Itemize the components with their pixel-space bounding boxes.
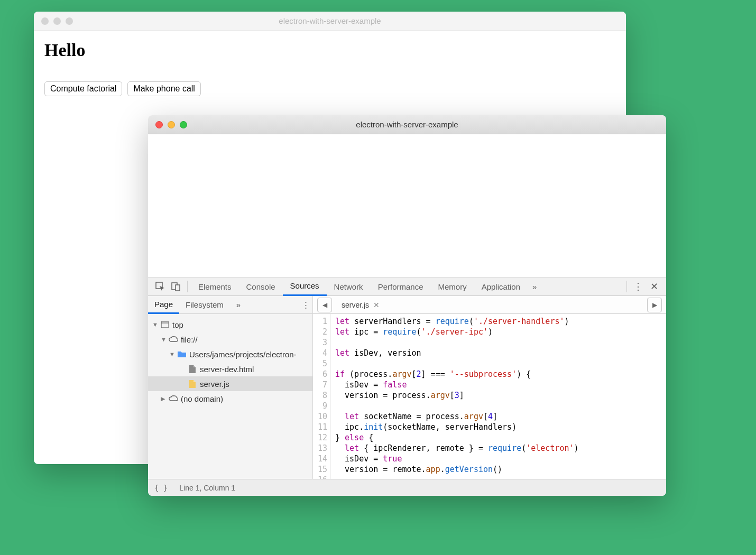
divider: [626, 281, 627, 292]
navigator-pane: Page Filesystem » ⋮ ▼ top ▼: [148, 296, 313, 479]
devtools-tabbar: Elements Console Sources Network Perform…: [148, 277, 666, 296]
folder-icon: [177, 351, 187, 357]
cursor-position: Line 1, Column 1: [179, 484, 235, 492]
tree-top[interactable]: ▼ top: [148, 317, 312, 332]
sources-panel: Page Filesystem » ⋮ ▼ top ▼: [148, 296, 666, 479]
traffic-lights: [34, 17, 73, 25]
navigator-kebab-icon[interactable]: ⋮: [299, 300, 312, 310]
cloud-icon: [168, 336, 179, 343]
tab-network[interactable]: Network: [327, 277, 371, 296]
page-heading: Hello: [44, 40, 615, 60]
chevron-down-icon: ▼: [161, 336, 168, 343]
compute-factorial-button[interactable]: Compute factorial: [44, 81, 122, 96]
tree-label: (no domain): [181, 394, 223, 403]
code-editor[interactable]: 1 2 3 4 5 6 7 8 9 10 11 12 13 14 15 16 1…: [313, 314, 666, 479]
frame-icon: [160, 321, 170, 328]
tree-label: server.js: [200, 380, 229, 388]
subtab-filesystem[interactable]: Filesystem: [179, 296, 230, 314]
document-icon: [187, 365, 198, 373]
subtabs-overflow-icon[interactable]: »: [230, 296, 247, 314]
code-content: let serverHandlers = require('./server-h…: [331, 314, 666, 479]
close-tab-icon[interactable]: ✕: [373, 301, 380, 309]
tree-label: top: [172, 320, 183, 329]
tree-folder[interactable]: ▼ Users/james/projects/electron-: [148, 347, 312, 362]
close-devtools-icon[interactable]: ✕: [646, 279, 662, 294]
editor-statusbar: { } Line 1, Column 1: [148, 479, 666, 496]
devtools-window-title: electron-with-server-example: [148, 120, 666, 129]
editor-tabbar: ◀ server.js ✕ ▶: [313, 296, 666, 314]
zoom-icon[interactable]: [180, 121, 187, 128]
toggle-navigator-icon[interactable]: ◀: [317, 298, 332, 312]
js-file-icon: [187, 380, 198, 388]
chevron-down-icon: ▼: [169, 351, 177, 357]
tab-sources[interactable]: Sources: [283, 277, 327, 296]
chevron-right-icon: ▶: [161, 395, 168, 402]
toggle-debugger-icon[interactable]: ▶: [647, 298, 662, 312]
app-body: Hello Compute factorial Make phone call: [34, 31, 626, 106]
tree-no-domain[interactable]: ▶ (no domain): [148, 391, 312, 406]
tree-label: server-dev.html: [200, 365, 254, 374]
divider: [187, 281, 188, 292]
devtools-titlebar[interactable]: electron-with-server-example: [148, 115, 666, 134]
device-toolbar-icon[interactable]: [168, 279, 184, 294]
cloud-icon: [168, 395, 179, 402]
tree-file-scheme[interactable]: ▼ file://: [148, 332, 312, 347]
file-tab-serverjs[interactable]: server.js ✕: [336, 296, 385, 314]
editor-pane: ◀ server.js ✕ ▶ 1 2 3 4 5 6 7 8 9 10 11 …: [313, 296, 666, 479]
tabs-overflow-icon[interactable]: »: [528, 282, 541, 291]
tab-memory[interactable]: Memory: [431, 277, 474, 296]
close-icon[interactable]: [41, 17, 49, 25]
tree-file-js[interactable]: server.js: [148, 376, 312, 391]
close-icon[interactable]: [155, 121, 163, 128]
tree-file-html[interactable]: server-dev.html: [148, 362, 312, 376]
pretty-print-icon[interactable]: { }: [154, 484, 168, 492]
minimize-icon[interactable]: [168, 121, 175, 128]
file-tree: ▼ top ▼ file:// ▼: [148, 314, 312, 479]
chevron-down-icon: ▼: [152, 321, 160, 328]
rendered-viewport: [148, 134, 666, 277]
app-titlebar[interactable]: electron-with-server-example: [34, 12, 626, 31]
app-window-title: electron-with-server-example: [34, 16, 626, 25]
tab-elements[interactable]: Elements: [191, 277, 239, 296]
zoom-icon[interactable]: [66, 17, 73, 25]
subtab-page[interactable]: Page: [148, 296, 179, 314]
file-tab-label: server.js: [342, 301, 369, 309]
svg-rect-2: [176, 285, 180, 291]
inspect-element-icon[interactable]: [152, 279, 168, 294]
traffic-lights: [148, 121, 187, 128]
make-phone-call-button[interactable]: Make phone call: [127, 81, 201, 96]
tree-label: file://: [181, 335, 198, 344]
tree-label: Users/james/projects/electron-: [189, 350, 297, 359]
minimize-icon[interactable]: [53, 17, 61, 25]
tab-console[interactable]: Console: [239, 277, 283, 296]
kebab-menu-icon[interactable]: ⋮: [630, 279, 646, 294]
devtools-window: electron-with-server-example Elements Co…: [148, 115, 666, 496]
tab-performance[interactable]: Performance: [371, 277, 431, 296]
tab-application[interactable]: Application: [474, 277, 528, 296]
navigator-tabs: Page Filesystem » ⋮: [148, 296, 312, 314]
button-row: Compute factorial Make phone call: [44, 81, 615, 96]
line-gutter: 1 2 3 4 5 6 7 8 9 10 11 12 13 14 15 16 1…: [313, 314, 331, 479]
svg-rect-3: [161, 321, 169, 328]
